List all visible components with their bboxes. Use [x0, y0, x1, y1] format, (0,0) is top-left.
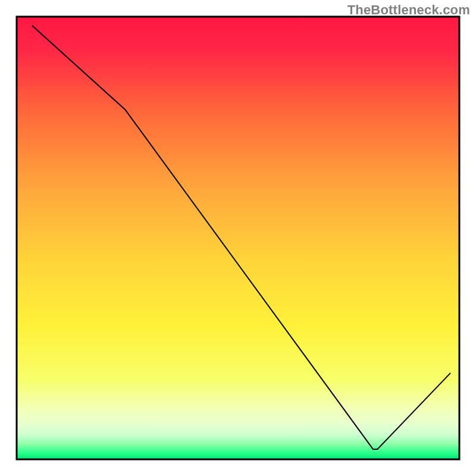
watermark-text: TheBottleneck.com: [347, 2, 470, 18]
bottleneck-chart: [0, 0, 476, 476]
plot-area: [17, 17, 459, 459]
chart-container: TheBottleneck.com: [0, 0, 476, 476]
